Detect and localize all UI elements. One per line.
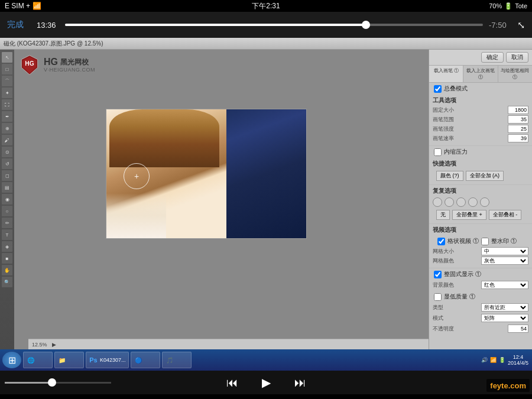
tool-dodge[interactable]: ○ [2,206,12,216]
shortcut-buttons: 颜色 (?) 全部全加 (A) [433,169,528,183]
fixed-display-label: 整固式显示 ① [444,270,481,278]
sample-circle-5[interactable] [480,197,489,207]
volume-thumb[interactable] [48,378,56,387]
lq-opacity-input[interactable] [508,325,528,333]
tool-type[interactable]: T [2,229,12,240]
grid-size-select[interactable]: 中 [481,247,528,255]
panel-tab-last[interactable]: 载入上次画笔 ① [463,66,498,82]
tool-magic-wand[interactable]: ✦ [2,87,12,98]
tool-crop[interactable]: ⛶ [2,99,12,110]
panel-tabs: 载入画笔 ① 载入上次画笔 ① 与绘图笔相同 ① [429,66,532,83]
ps-titlebar: 磁化 (KOG42307.原图.JPG @ 12.5%) [0,38,532,50]
sample-add-button[interactable]: 全部叠里 + [452,210,486,220]
low-quality-checkbox[interactable] [434,293,442,301]
tool-move[interactable]: ↖ [2,52,12,63]
status-bar: E SIM + 📶 下午2:31 70% 🔋 Tote [0,0,532,12]
taskbar-ps-item[interactable]: Ps K042307... [86,352,129,368]
sample-circle-2[interactable] [445,197,454,207]
lq-mode-label: 模式 [433,314,443,322]
taskbar-date-display: 2014/4/5 [508,360,528,366]
tool-path[interactable]: ◈ [2,241,12,252]
rewind-button[interactable]: ⏮ [226,376,238,390]
tool-marquee[interactable]: □ [2,64,12,74]
brush-str-input[interactable] [508,125,528,133]
sample-none-button[interactable]: 无 [436,210,450,220]
volume-slider-area [0,371,130,394]
ps-icon: Ps [89,355,98,365]
taskbar-ie-item[interactable]: 🌐 [23,352,53,368]
tool-healing[interactable]: ⊕ [2,123,12,134]
sample-circle-4[interactable] [468,197,478,207]
play-button[interactable]: ▶ [262,375,271,390]
panel-confirm-button[interactable]: 确定 [481,52,504,63]
brush-size-input[interactable] [508,115,528,124]
sample-circle-3[interactable] [456,197,466,207]
fixed-size-input[interactable] [508,106,528,114]
volume-track[interactable] [5,382,111,384]
zoom-level: 12.5% [32,342,47,348]
shortcut-add-all-button[interactable]: 全部全加 (A) [466,171,504,181]
watermark-checkbox[interactable] [481,238,489,245]
ps-panel: 确定 取消 载入画笔 ① 载入上次画笔 ① 与绘图笔相同 ① 总叠模式 工具选项 [429,50,532,349]
brush-speed-row: 画笔速率 [433,134,528,142]
fast-forward-button[interactable]: ⏭ [294,376,306,390]
tool-pen[interactable]: ✏ [2,218,12,228]
ps-toolbar: ↖ □ ⌒ ✦ ⛶ ✒ ⊕ 🖌 ⊙ ↺ ◻ ▤ ◉ ○ ✏ T ◈ ■ ✋ 🔍 [0,50,14,349]
tool-options-title: 工具选项 [433,96,528,105]
panel-cancel-button[interactable]: 取消 [506,52,528,63]
tool-lasso[interactable]: ⌒ [2,76,12,86]
overlay-mode-checkbox[interactable] [434,85,442,93]
panel-tab-pen[interactable]: 与绘图笔相同 ① [498,66,532,82]
grid-color-select[interactable]: 灰色 [481,257,528,265]
inner-pressure-checkbox[interactable] [434,148,442,156]
shortcut-color-button[interactable]: 颜色 (?) [436,171,463,181]
ps-inner: ↖ □ ⌒ ✦ ⛶ ✒ ⊕ 🖌 ⊙ ↺ ◻ ▤ ◉ ○ ✏ T ◈ ■ ✋ 🔍 [0,50,532,349]
done-button[interactable]: 完成 [7,20,31,30]
battery-percent: 70% [489,2,502,9]
panel-tab-load[interactable]: 载入画笔 ① [429,66,463,82]
lq-type-select[interactable]: 所有近距 [481,303,528,312]
video-progress-thumb[interactable] [362,21,370,29]
tool-eraser[interactable]: ◻ [2,170,12,181]
grid-size-row: 网格大小 中 [433,247,528,255]
sample-section: 复复选项 无 全部叠里 + 全部叠相 - [429,185,532,224]
brush-speed-input[interactable] [508,134,528,142]
tool-stamp[interactable]: ⊙ [2,147,12,157]
grid-video-checkbox[interactable] [437,238,445,245]
tool-zoom[interactable]: 🔍 [2,277,12,287]
brush-str-label: 画笔强度 [433,125,454,133]
sample-sub-button[interactable]: 全部叠相 - [489,210,522,220]
bg-color-label: 背景颜色 [433,281,454,289]
tool-shape[interactable]: ■ [2,253,12,264]
sample-circle-1[interactable] [433,197,442,207]
bg-color-select[interactable]: 红色 [481,281,528,289]
tool-eyedropper[interactable]: ✒ [2,111,12,122]
status-left: E SIM + 📶 [5,2,41,10]
start-button[interactable]: ⊞ [2,352,21,368]
taskbar-media-item[interactable]: 🎵 [162,352,192,368]
tool-brush[interactable]: 🖌 [2,135,12,145]
lq-type-label: 类型 [433,304,443,312]
taskbar-network-icon: 📶 [490,357,497,363]
tool-history[interactable]: ↺ [2,158,12,169]
grid-color-label: 网格颜色 [433,257,454,265]
photo-suit [226,109,306,238]
taskbar-ps-label: K042307... [100,357,126,363]
lq-mode-select[interactable]: 矩阵 [481,314,528,322]
brush-str-row: 画笔强度 [433,125,528,133]
bg-color-row: 背景颜色 红色 [429,280,532,290]
inner-pressure-row: 内缩压力 [429,146,532,158]
taskbar-chrome-item[interactable]: 🔵 [131,352,160,368]
tool-blur[interactable]: ◉ [2,194,12,205]
tool-gradient[interactable]: ▤ [2,182,12,193]
video-progress-track[interactable] [65,24,483,26]
taskbar-folder-item[interactable]: 📁 [54,352,84,368]
fullscreen-button[interactable]: ⤡ [517,20,525,31]
tool-hand[interactable]: ✋ [2,265,12,275]
time-elapsed: 13:36 [37,21,59,30]
video-top-bar: 完成 13:36 -7:50 ⤡ [0,12,532,38]
tool-options-section: 工具选项 固定大小 画笔范围 画笔强度 画笔速率 [429,95,532,146]
taskbar: ⊞ 🌐 📁 Ps K042307... 🔵 🎵 🔊 📶 🔋 12:4 2014/… [0,349,532,371]
fixed-display-checkbox[interactable] [434,271,442,278]
folder-icon: 📁 [57,355,67,365]
